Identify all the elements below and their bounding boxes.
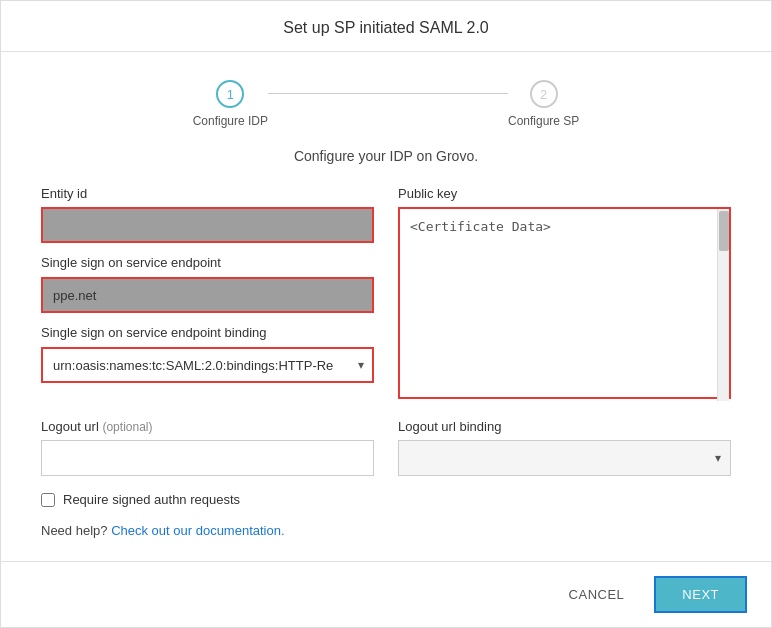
sso-binding-label: Single sign on service endpoint binding — [41, 325, 267, 340]
cancel-button[interactable]: CANCEL — [547, 579, 647, 610]
modal-header: Set up SP initiated SAML 2.0 — [1, 1, 771, 52]
section-subtitle: Configure your IDP on Grovo. — [41, 148, 731, 164]
right-col: Public key <Certificate Data> — [398, 186, 731, 403]
entity-id-label: Entity id — [41, 186, 374, 201]
step-1-label: Configure IDP — [193, 114, 268, 128]
next-button[interactable]: NEXT — [654, 576, 747, 613]
step-1: 1 Configure IDP — [193, 80, 268, 128]
stepper: 1 Configure IDP 2 Configure SP — [41, 52, 731, 148]
require-signed-checkbox[interactable] — [41, 493, 55, 507]
step-2: 2 Configure SP — [508, 80, 579, 128]
left-col: Entity id Single sign on service endpoin… — [41, 186, 374, 403]
logout-binding-col: Logout url binding ▾ — [398, 419, 731, 476]
logout-binding-wrapper: ▾ — [398, 440, 731, 476]
documentation-link[interactable]: Check out our documentation. — [111, 523, 284, 538]
public-key-textarea[interactable]: <Certificate Data> — [398, 207, 731, 399]
public-key-wrapper: <Certificate Data> — [398, 207, 731, 403]
logout-url-col: Logout url (optional) — [41, 419, 374, 476]
step-1-circle: 1 — [216, 80, 244, 108]
sso-binding-select[interactable]: urn:oasis:names:tc:SAML:2.0:bindings:HTT… — [41, 347, 374, 383]
require-signed-row: Require signed authn requests — [41, 492, 731, 507]
entity-id-input[interactable] — [41, 207, 374, 243]
step-2-label: Configure SP — [508, 114, 579, 128]
step-2-circle: 2 — [530, 80, 558, 108]
step-connector — [268, 93, 508, 94]
modal-title: Set up SP initiated SAML 2.0 — [25, 19, 747, 37]
logout-binding-select[interactable] — [398, 440, 731, 476]
scrollbar-thumb — [719, 211, 729, 251]
sso-endpoint-label: Single sign on service endpoint — [41, 255, 221, 270]
form-row-2: Logout url (optional) Logout url binding… — [41, 419, 731, 476]
form-row-1: Entity id Single sign on service endpoin… — [41, 186, 731, 403]
logout-binding-label: Logout url binding — [398, 419, 731, 434]
logout-url-label: Logout url (optional) — [41, 419, 374, 434]
public-key-label: Public key — [398, 186, 731, 201]
modal-body: 1 Configure IDP 2 Configure SP Configure… — [1, 52, 771, 561]
help-text: Need help? Check out our documentation. — [41, 523, 731, 538]
scrollbar-track — [717, 209, 729, 401]
modal-footer: CANCEL NEXT — [1, 561, 771, 627]
sso-endpoint-input[interactable] — [41, 277, 374, 313]
modal: Set up SP initiated SAML 2.0 1 Configure… — [0, 0, 772, 628]
logout-url-input[interactable] — [41, 440, 374, 476]
require-signed-label: Require signed authn requests — [63, 492, 240, 507]
